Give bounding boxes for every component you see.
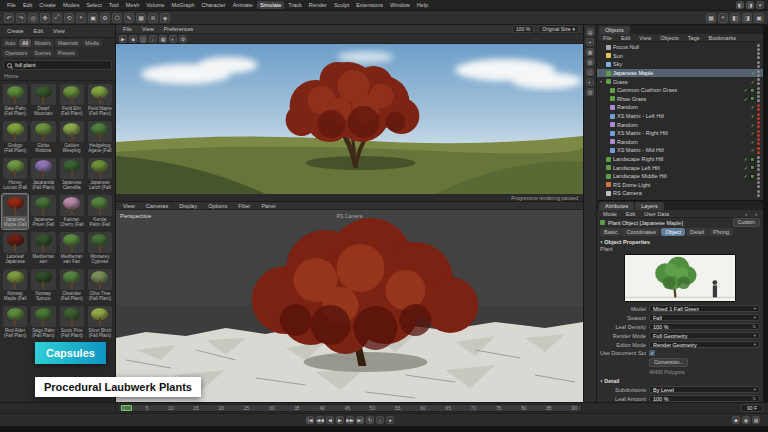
material-chip[interactable] — [750, 174, 755, 179]
object-row[interactable]: Landscape Middle Hill — [597, 172, 763, 181]
asset-item[interactable]: Jacaranda (Fall Plant) — [30, 157, 56, 192]
window-menu-icon[interactable]: ▾ — [756, 1, 764, 9]
menu-item[interactable]: Character — [199, 1, 229, 9]
undo-icon[interactable]: ↶ — [4, 13, 14, 23]
attribute-tab[interactable]: Detail — [686, 228, 708, 236]
object-row[interactable]: Random — [597, 103, 763, 112]
field-value[interactable]: Fall — [649, 314, 760, 321]
visibility-dots[interactable] — [757, 190, 760, 197]
field-value[interactable]: 100 % — [649, 395, 760, 402]
filter-tab[interactable]: Materials — [55, 39, 81, 47]
menu-item[interactable]: Edit — [623, 210, 638, 218]
render-visibility-dot[interactable] — [757, 108, 760, 111]
attribute-tab[interactable]: Coordinates — [622, 228, 660, 236]
object-row[interactable]: Landscape Right Hill — [597, 155, 763, 164]
editor-visibility-dot[interactable] — [757, 113, 760, 116]
enable-check-icon[interactable] — [751, 147, 755, 153]
attribute-tab[interactable]: Basic — [600, 228, 621, 236]
object-row[interactable]: XS Matrix - Right Hill — [597, 129, 763, 138]
move-icon[interactable]: ✥ — [40, 13, 50, 23]
object-row[interactable]: XS Matrix - Mid Hill — [597, 146, 763, 155]
history-forward-icon[interactable]: › — [752, 210, 760, 218]
menu-item[interactable]: MoGraph — [169, 1, 198, 9]
object-label[interactable]: XS Matrix - Left Hill — [617, 113, 749, 119]
editor-visibility-dot[interactable] — [757, 130, 760, 133]
simulation-icon[interactable]: ≋ — [148, 13, 158, 23]
menu-item[interactable]: User Data — [641, 210, 672, 218]
history-back-icon[interactable]: ‹ — [742, 210, 750, 218]
asset-item[interactable]: Mediterranean Fan Palm (Fall Plant) — [59, 231, 85, 266]
render-visibility-dot[interactable] — [757, 117, 760, 120]
save-image-icon[interactable]: ↓ — [149, 35, 157, 43]
section-object-properties[interactable]: Object Properties — [597, 237, 763, 246]
asset-item[interactable]: Japanese Larch (Fall Plant) — [87, 157, 113, 192]
render-settings-icon[interactable]: ⚙ — [100, 13, 110, 23]
asset-item[interactable]: Oleander (Fall Plant) — [59, 268, 85, 303]
object-row[interactable]: Japanese Maple — [597, 69, 763, 78]
object-row[interactable]: Random — [597, 138, 763, 147]
editor-visibility-dot[interactable] — [757, 156, 760, 159]
scale-icon[interactable]: ⤢ — [52, 13, 62, 23]
enable-check-icon[interactable] — [751, 122, 755, 128]
asset-item[interactable]: Red Alder (Fall Plant) — [2, 305, 28, 340]
render-visibility-dot[interactable] — [757, 74, 760, 77]
go-to-end-button[interactable]: ▶| — [356, 416, 364, 424]
material-manager-icon[interactable]: ◐ — [586, 78, 594, 86]
menu-item[interactable]: Display — [176, 202, 200, 210]
enable-check-icon[interactable] — [751, 79, 755, 85]
perspective-viewport[interactable]: Perspective RS Camera — [116, 210, 583, 402]
object-row[interactable]: Common Cushion Grass — [597, 86, 763, 95]
editor-visibility-dot[interactable] — [757, 70, 760, 73]
menu-item[interactable]: Filter — [235, 202, 253, 210]
layers-panel-icon[interactable]: ▧ — [586, 88, 594, 96]
editor-visibility-dot[interactable] — [757, 164, 760, 167]
render-visibility-dot[interactable] — [757, 48, 760, 51]
attribute-tab[interactable]: Object — [661, 228, 685, 236]
object-row[interactable]: ▾ Grass — [597, 77, 763, 86]
layout-b-icon[interactable]: ◨ — [742, 13, 752, 23]
document-scale-checkbox[interactable]: ✓ — [649, 350, 655, 356]
attribute-tab[interactable]: Phong — [709, 228, 733, 236]
asset-item[interactable]: Honey Locust (Fall Plant) — [2, 157, 28, 192]
layout-switch-icon[interactable]: ◧ — [736, 1, 744, 9]
object-row[interactable]: RS Dome Light — [597, 181, 763, 190]
snap-icon[interactable]: ◈ — [160, 13, 170, 23]
visibility-dots[interactable] — [757, 113, 760, 120]
render-visibility-dot[interactable] — [757, 134, 760, 137]
asset-item[interactable]: Field Maple (Fall Plant) — [87, 83, 113, 118]
next-frame-button[interactable]: ▶▶ — [346, 416, 354, 424]
end-frame-field[interactable]: 90 F — [741, 404, 763, 412]
menu-item[interactable]: Window — [387, 1, 413, 9]
asset-item[interactable]: Norway Maple (Fall Plant) — [2, 268, 28, 303]
live-selection-icon[interactable]: ◎ — [28, 13, 38, 23]
object-label[interactable]: XS Matrix - Mid Hill — [617, 147, 749, 153]
editor-visibility-dot[interactable] — [757, 147, 760, 150]
coordinates-manager-icon[interactable]: ⌖ — [718, 13, 728, 23]
playhead[interactable] — [121, 405, 132, 411]
asset-item[interactable]: Field Elm (Fall Plant) — [59, 83, 85, 118]
enable-check-icon[interactable] — [751, 104, 755, 110]
asset-item[interactable]: Japanese Privet (Fall Plant) — [30, 194, 56, 229]
custom-dropdown[interactable]: Custom — [733, 218, 760, 227]
content-browser-icon[interactable]: ▦ — [706, 13, 716, 23]
editor-visibility-dot[interactable] — [757, 95, 760, 98]
enable-check-icon[interactable] — [744, 156, 748, 162]
asset-item[interactable]: Olive Tree (Fall Plant) — [87, 268, 113, 303]
spline-pen-icon[interactable]: ✎ — [124, 13, 134, 23]
conversion-button[interactable]: Conversion... — [649, 358, 688, 367]
aov-icon[interactable]: ▦ — [159, 35, 167, 43]
menu-item[interactable]: Render — [306, 1, 330, 9]
object-row[interactable]: Random — [597, 120, 763, 129]
menu-item[interactable]: View — [50, 27, 68, 35]
filter-tab[interactable]: Media — [82, 39, 102, 47]
object-label[interactable]: Sky — [613, 61, 755, 67]
visibility-dots[interactable] — [757, 147, 760, 154]
menu-item[interactable]: Extensions — [353, 1, 386, 9]
filter-tab[interactable]: Operators — [2, 49, 30, 57]
material-chip[interactable] — [750, 157, 755, 162]
menu-item[interactable]: View — [120, 202, 138, 210]
render-visibility-dot[interactable] — [757, 185, 760, 188]
field-value[interactable]: Mixed 1 Fall Green — [649, 305, 760, 312]
object-row[interactable]: Landscape Left Hill — [597, 163, 763, 172]
menu-item[interactable]: Create — [4, 27, 27, 35]
